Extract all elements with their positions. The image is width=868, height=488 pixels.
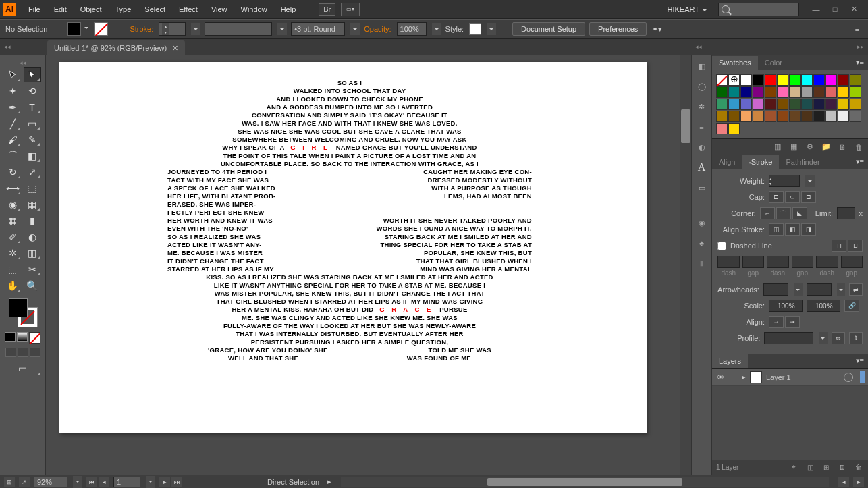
swatch[interactable] (716, 74, 728, 86)
layers-menu-icon[interactable]: ▾≡ (852, 356, 868, 365)
mesh-tool[interactable]: ▦ (4, 213, 22, 228)
expand-layer-icon[interactable]: ▸ (742, 373, 746, 381)
stroke-tab[interactable]: ◦Stroke (742, 155, 779, 169)
gap-1[interactable] (742, 256, 765, 268)
swatch[interactable] (777, 99, 788, 110)
swatches-tab[interactable]: Swatches (712, 56, 758, 70)
arrow-align-tip[interactable]: → (769, 316, 784, 328)
flip-along[interactable]: ⇔ (832, 332, 845, 344)
search-input[interactable] (718, 3, 799, 16)
flip-across[interactable]: ⇕ (849, 332, 863, 344)
rotate-tool[interactable]: ↻ (4, 165, 22, 180)
rectangle-tool[interactable]: ▭ (24, 116, 41, 131)
swatch-libraries-icon[interactable]: ▥ (772, 142, 783, 153)
graphic-style[interactable] (469, 23, 481, 35)
menu-object[interactable]: Object (74, 3, 109, 16)
swatch[interactable] (753, 74, 764, 86)
swatch[interactable] (801, 74, 813, 86)
draw-behind[interactable] (18, 348, 28, 357)
swatch[interactable] (753, 86, 764, 98)
swatch[interactable] (838, 86, 849, 98)
dashed-line-checkbox[interactable] (717, 242, 726, 250)
delete-layer-icon[interactable]: 🗑 (853, 462, 864, 472)
symbols-icon[interactable]: ✲ (695, 100, 709, 113)
swatch-options-icon[interactable]: ⚙ (805, 142, 815, 153)
swatch[interactable] (728, 123, 740, 134)
zoom-level[interactable]: 92% (34, 477, 67, 487)
prev-artboard[interactable]: ◂ (99, 477, 109, 487)
swatch[interactable] (850, 99, 861, 110)
width-tool[interactable]: ⟷ (4, 181, 22, 196)
line-tool[interactable]: ╱ (4, 116, 22, 131)
zoom-dropdown[interactable] (73, 476, 82, 488)
vertical-scrollbar[interactable] (680, 55, 691, 475)
arrow-start-dd[interactable] (794, 283, 802, 296)
swatch[interactable] (777, 111, 788, 122)
swatch[interactable] (825, 74, 837, 86)
align-tab[interactable]: Align (712, 155, 742, 169)
workspace-name[interactable]: HIKEART (662, 5, 713, 13)
tools-collapse[interactable]: ◂◂ (18, 58, 28, 67)
swatches-menu-icon[interactable]: ▾≡ (852, 58, 868, 67)
layer-row[interactable]: 👁 ▸ Layer 1 (712, 369, 868, 386)
panel-collapse-left[interactable]: ◂◂ (3, 42, 12, 51)
swatch[interactable] (753, 111, 764, 122)
swatch[interactable] (740, 86, 752, 98)
blob-brush-tool[interactable]: ⌒ (4, 148, 22, 163)
swatch[interactable] (789, 86, 801, 98)
swatch[interactable] (813, 74, 825, 86)
brushes-icon[interactable]: ◯ (695, 80, 709, 93)
arrow-align-end[interactable]: ⇥ (785, 316, 800, 328)
symbol-sprayer-tool[interactable]: ✲ (4, 246, 22, 261)
swatch[interactable] (838, 74, 849, 86)
eraser-tool[interactable]: ◧ (24, 148, 41, 163)
delete-swatch-icon[interactable]: 🗑 (853, 142, 864, 153)
stroke-menu-icon[interactable]: ▾≡ (852, 157, 868, 166)
document-setup-button[interactable]: Document Setup (512, 22, 585, 36)
menu-file[interactable]: File (22, 3, 47, 16)
last-artboard[interactable]: ⏭ (171, 477, 182, 487)
artboard-dropdown[interactable] (146, 476, 155, 488)
artboard-number[interactable]: 1 (113, 477, 140, 487)
gap-2[interactable] (792, 256, 814, 268)
dash-1[interactable] (717, 256, 740, 268)
first-artboard[interactable]: ⏮ (86, 477, 97, 487)
menu-select[interactable]: Select (138, 3, 172, 16)
menu-edit[interactable]: Edit (47, 3, 74, 16)
brush-dropdown[interactable] (350, 23, 360, 35)
target-icon[interactable] (844, 373, 853, 382)
maximize-button[interactable]: □ (829, 5, 841, 14)
swatch-kinds-icon[interactable]: ▦ (788, 142, 799, 153)
swatch[interactable] (813, 111, 825, 122)
swap-arrows[interactable]: ⇄ (849, 283, 863, 296)
lasso-tool[interactable]: ⟲ (24, 84, 41, 99)
corner-miter[interactable]: ⌐ (760, 207, 775, 219)
vw-dropdown[interactable] (277, 23, 287, 35)
swatch[interactable] (777, 86, 788, 98)
minimize-button[interactable]: — (810, 5, 822, 14)
swatch[interactable] (789, 99, 801, 110)
next-artboard[interactable]: ▸ (159, 477, 170, 487)
swatch[interactable] (716, 123, 728, 134)
swatch[interactable] (825, 86, 837, 98)
swatch[interactable] (789, 74, 801, 86)
locate-object-icon[interactable]: ⌖ (788, 462, 799, 472)
swatch[interactable] (813, 99, 825, 110)
swatch[interactable] (753, 99, 764, 110)
fill-stroke-indicator[interactable] (9, 298, 37, 327)
sb-icon-1[interactable]: ⊞ (4, 477, 15, 487)
scale-link[interactable]: 🔗 (844, 300, 859, 312)
pathfinder-tab[interactable]: Pathfinder (779, 155, 826, 169)
opacity-input[interactable]: 100% (397, 22, 427, 36)
swatch[interactable] (777, 74, 788, 86)
color-mode[interactable] (5, 332, 16, 342)
new-swatch-icon[interactable]: 🗎 (837, 142, 848, 153)
selection-tool[interactable] (4, 67, 22, 82)
hscroll-left[interactable]: ◂ (838, 477, 849, 487)
swatch[interactable] (850, 74, 861, 86)
dash-2[interactable] (767, 256, 789, 268)
transparency-icon[interactable]: ◐ (695, 140, 709, 154)
align-center[interactable]: ◫ (769, 223, 784, 236)
pen-tool[interactable]: ✒ (4, 100, 22, 115)
artboard-tool[interactable]: ⬚ (4, 262, 22, 277)
